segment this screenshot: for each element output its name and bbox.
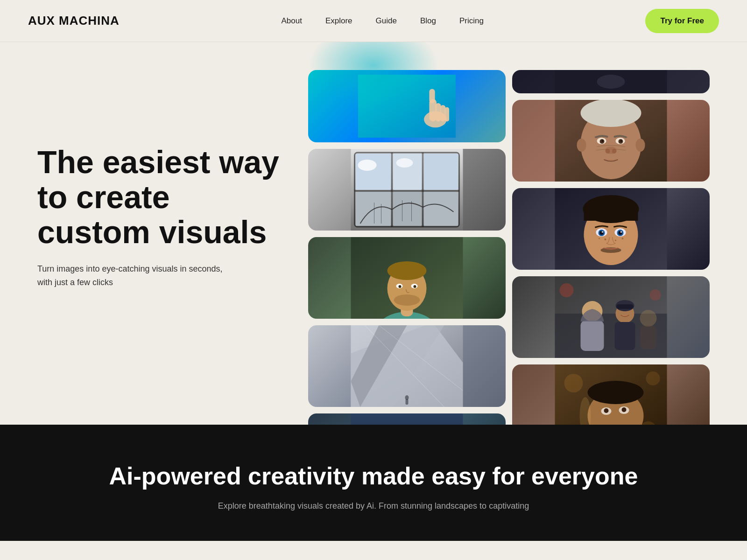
svg-point-95 (640, 310, 657, 327)
svg-rect-3 (435, 103, 441, 121)
svg-rect-18 (393, 192, 422, 226)
nav-explore[interactable]: Explore (325, 16, 352, 26)
svg-point-69 (636, 139, 645, 152)
svg-point-105 (622, 407, 627, 412)
svg-rect-19 (424, 192, 458, 226)
svg-rect-6 (429, 89, 435, 103)
hero-section: The easiest way to create custom visuals… (0, 42, 747, 425)
image-group-people (512, 276, 710, 358)
svg-point-31 (399, 285, 402, 288)
site-logo: AUX MACHINA (28, 14, 120, 28)
svg-point-108 (646, 371, 660, 385)
svg-point-15 (358, 160, 377, 171)
svg-rect-42 (351, 413, 463, 425)
svg-point-55 (597, 75, 625, 89)
svg-point-104 (604, 408, 609, 413)
svg-point-66 (612, 149, 617, 154)
nav-about[interactable]: About (281, 16, 302, 26)
hero-subtitle: Turn images into eye-catching visuals in… (37, 262, 233, 289)
svg-point-32 (414, 285, 416, 288)
image-bridge-window (308, 149, 506, 231)
image-teal-hand (308, 70, 506, 142)
bottom-title: Ai-powered creativity made easy for ever… (28, 462, 719, 490)
image-young-man-portrait (512, 188, 710, 270)
image-grid (280, 70, 710, 425)
image-col-2 (512, 70, 710, 425)
svg-point-83 (615, 240, 616, 241)
navbar: AUX MACHINA About Explore Guide Blog Pri… (0, 0, 747, 42)
svg-point-101 (588, 381, 644, 404)
svg-point-67 (581, 100, 641, 127)
hero-text: The easiest way to create custom visuals… (37, 70, 280, 289)
svg-point-97 (560, 283, 574, 297)
svg-point-65 (606, 149, 610, 154)
svg-point-80 (602, 231, 604, 233)
svg-rect-14 (424, 154, 458, 190)
svg-rect-94 (617, 304, 634, 309)
svg-point-82 (605, 238, 606, 240)
bottom-section: Ai-powered creativity made easy for ever… (0, 425, 747, 541)
svg-point-84 (599, 238, 600, 239)
svg-point-85 (622, 238, 624, 239)
svg-rect-39 (406, 399, 409, 405)
image-top-partial (512, 70, 710, 93)
svg-rect-90 (581, 321, 604, 351)
bottom-subtitle: Explore breathtaking visuals created by … (210, 499, 537, 513)
nav-blog[interactable]: Blog (420, 16, 436, 26)
image-street-night (308, 413, 506, 425)
svg-rect-12 (356, 154, 391, 190)
try-for-free-button[interactable]: Try for Free (645, 9, 719, 33)
image-col-1 (308, 70, 506, 425)
svg-rect-73 (584, 209, 638, 221)
svg-point-28 (388, 261, 427, 280)
svg-rect-96 (641, 326, 657, 349)
svg-point-98 (650, 289, 661, 301)
svg-point-68 (577, 139, 586, 152)
svg-point-33 (394, 294, 420, 306)
svg-point-107 (564, 374, 583, 392)
nav-guide[interactable]: Guide (376, 16, 397, 26)
image-portrait-looking-up (512, 364, 710, 425)
hero-title: The easiest way to create custom visuals (37, 145, 280, 249)
image-architecture (308, 325, 506, 407)
nav-pricing[interactable]: Pricing (459, 16, 484, 26)
svg-point-81 (620, 231, 622, 233)
svg-point-62 (602, 140, 604, 142)
image-man-teal (308, 237, 506, 319)
svg-rect-5 (445, 107, 450, 121)
svg-rect-92 (615, 322, 635, 350)
svg-point-16 (396, 158, 413, 168)
image-elderly-portrait (512, 100, 710, 182)
svg-point-63 (620, 140, 622, 142)
nav-links: About Explore Guide Blog Pricing (281, 16, 483, 26)
